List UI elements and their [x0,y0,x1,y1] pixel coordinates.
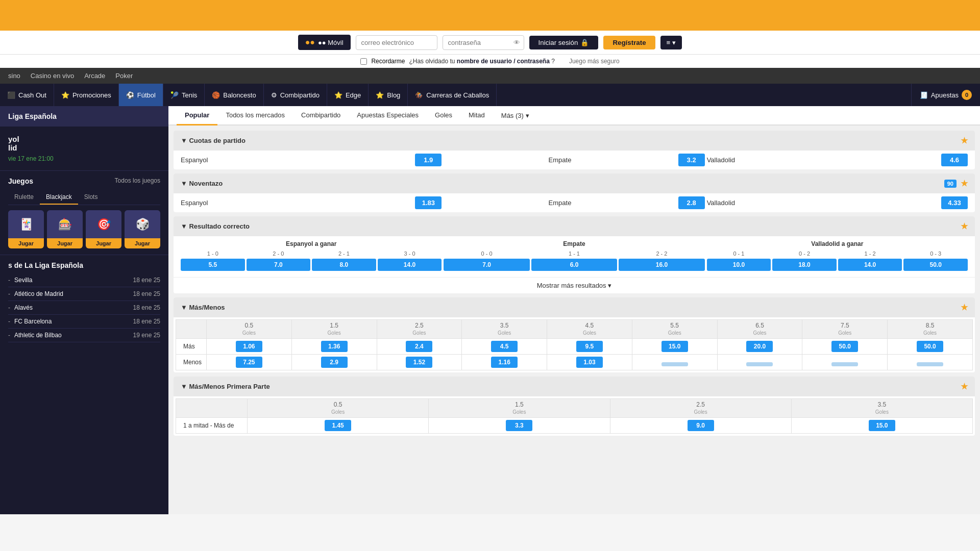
nav-edge[interactable]: ⭐ Edge [327,84,369,106]
mm1p-odd-35[interactable]: 15.0 [791,418,972,434]
vodd-1-2[interactable]: 14.0 [838,259,902,271]
register-button[interactable]: Regístrate [603,36,655,49]
masomenos-title[interactable]: ▼ Más/Menos ★ [174,297,975,317]
noventazo-odd1[interactable]: 1.83 [415,196,442,209]
email-field[interactable] [356,35,437,50]
masomenos-star-icon[interactable]: ★ [961,303,968,312]
subnav-especiales[interactable]: Apuestas Especiales [349,106,427,126]
masmenos1p-content: 0.5Goles 1.5Goles 2.5Goles 3.5Goles 1 a … [174,396,975,436]
mas-odd-45[interactable]: 9.5 [547,339,632,355]
mm1p-odd-05[interactable]: 1.45 [248,418,429,434]
cuotas-title[interactable]: ▼ Cuotas de partido ★ [174,131,975,151]
subnav-goles[interactable]: Goles [427,106,460,126]
dodd-2-2[interactable]: 16.0 [619,259,704,271]
sidebar-liga-title: Liga Española [0,106,168,127]
nav-carreras[interactable]: 🏇 Carreras de Caballos [408,84,497,106]
subnav-popular[interactable]: Popular [177,106,217,126]
noventazo-title[interactable]: ▼ Noventazo 90 ★ [174,173,975,193]
secondary-nav-poker[interactable]: Poker [115,68,133,84]
valladolid-odds: 10.0 18.0 14.0 50.0 [707,259,968,271]
eodd-1-0[interactable]: 5.5 [181,259,245,271]
menos-odd-45[interactable]: 1.03 [547,355,632,370]
menos-odd-25[interactable]: 1.52 [377,355,462,370]
menos-odd-15[interactable]: 2.9 [291,355,377,370]
casino-all-link[interactable]: Todos los juegos [115,177,160,185]
dodd-0-0[interactable]: 7.0 [444,259,529,271]
apuestas-btn[interactable]: 🧾 Apuestas 0 [911,84,980,106]
casino-game-btn-4[interactable]: Jugar [125,238,160,248]
mas-odd-75[interactable]: 50.0 [802,339,888,355]
secondary-nav-casino[interactable]: sino [8,68,20,84]
casino-game-btn-2[interactable]: Jugar [47,238,83,248]
resultado-section: ▼ Resultado correcto ★ Espanyol a ganar … [174,216,975,293]
casino-game-btn-1[interactable]: Jugar [8,238,44,248]
eodd-2-1[interactable]: 8.0 [312,259,376,271]
subnav-combipartido[interactable]: Combipartido [293,106,349,126]
menos-odd-65[interactable] [717,355,802,370]
menos-odd-85[interactable] [888,355,973,370]
nav-combipartido[interactable]: ⚙ Combipartido [264,84,327,106]
menos-label: Menos [176,355,207,370]
mas-odd-35[interactable]: 4.5 [462,339,547,355]
nav-baloncesto[interactable]: 🏀 Baloncesto [205,84,263,106]
login-label: Iniciar sesión [538,39,578,46]
liga-item-barcelona[interactable]: - FC Barcelona 18 ene 25 [8,315,160,329]
mas-odd-05[interactable]: 1.06 [207,339,292,355]
cuotas-odd2[interactable]: 4.6 [941,154,968,166]
subnav-mitad[interactable]: Mitad [460,106,493,126]
masmenos1p-title[interactable]: ▼ Más/Menos Primera Parte ★ [174,377,975,396]
eodd-3-0[interactable]: 14.0 [378,259,442,271]
eodd-2-0[interactable]: 7.0 [247,259,311,271]
password-field[interactable] [443,35,524,50]
remember-checkbox[interactable] [360,58,367,65]
combipartido-icon: ⚙ [271,91,277,99]
liga-item-vigo[interactable]: - Athletic de Bilbao 19 ene 25 [8,329,160,342]
noventazo-star-icon[interactable]: ★ [961,179,968,188]
liga-item-atletico[interactable]: - Atlético de Madrid 18 ene 25 [8,287,160,301]
language-button[interactable]: ≡ ▾ [660,36,682,49]
nav-blog[interactable]: ⭐ Blog [369,84,408,106]
secondary-nav-arcade[interactable]: Arcade [84,68,105,84]
vodd-0-3[interactable]: 50.0 [903,259,968,271]
nav-futbol[interactable]: ⚽ Fútbol [119,84,163,106]
menos-odd-55[interactable] [632,355,717,370]
mas-odd-55[interactable]: 15.0 [632,339,717,355]
lang-chevron: ▾ [672,39,676,46]
mas-odd-15[interactable]: 1.36 [291,339,377,355]
casino-game-btn-3[interactable]: Jugar [86,238,121,248]
menos-odd-75[interactable] [802,355,888,370]
resultado-title[interactable]: ▼ Resultado correcto ★ [174,216,975,236]
nav-promociones[interactable]: ⭐ Promociones [54,84,119,106]
casino-tab-roulette[interactable]: Rulette [8,190,40,205]
cuotas-odd-draw[interactable]: 3.2 [678,154,705,166]
nav-tenis[interactable]: 🎾 Tenis [163,84,205,106]
eye-icon[interactable]: 👁 [513,39,520,46]
cuotas-star-icon[interactable]: ★ [961,136,968,145]
cuotas-odd1[interactable]: 1.9 [415,154,442,166]
casino-tab-blackjack[interactable]: Blackjack [40,190,78,205]
noventazo-odd-draw[interactable]: 2.8 [678,196,705,209]
noventazo-odd2[interactable]: 4.33 [941,196,968,209]
mm1p-odd-25[interactable]: 9.0 [610,418,791,434]
menos-odd-05[interactable]: 7.25 [207,355,292,370]
resultado-star-icon[interactable]: ★ [961,221,968,231]
login-button[interactable]: Iniciar sesión 🔒 [529,36,599,49]
liga-item-sevilla[interactable]: - Sevilla 18 ene 25 [8,273,160,287]
masmenos1p-star-icon[interactable]: ★ [961,382,968,391]
mobile-button[interactable]: ●● ●● Móvil [298,35,351,50]
mas-odd-85[interactable]: 50.0 [888,339,973,355]
liga-item-alaves[interactable]: - Alavés 18 ene 25 [8,301,160,315]
subnav-mas[interactable]: Más (3) ▾ [493,106,537,124]
vodd-0-2[interactable]: 18.0 [772,259,837,271]
dodd-1-1[interactable]: 6.0 [531,259,617,271]
vodd-0-1[interactable]: 10.0 [707,259,771,271]
menos-odd-35[interactable]: 1.16 [462,355,547,370]
mas-odd-25[interactable]: 2.4 [377,339,462,355]
show-more-btn[interactable]: Mostrar más resultados ▾ [174,277,975,293]
nav-cashout[interactable]: ⬛ Cash Out [0,84,54,106]
secondary-nav-casino-vivo[interactable]: Casino en vivo [31,68,74,84]
mm1p-odd-15[interactable]: 3.3 [429,418,610,434]
mas-odd-65[interactable]: 20.0 [717,339,802,355]
subnav-todos[interactable]: Todos los mercados [217,106,293,126]
casino-tab-slots[interactable]: Slots [78,190,104,205]
